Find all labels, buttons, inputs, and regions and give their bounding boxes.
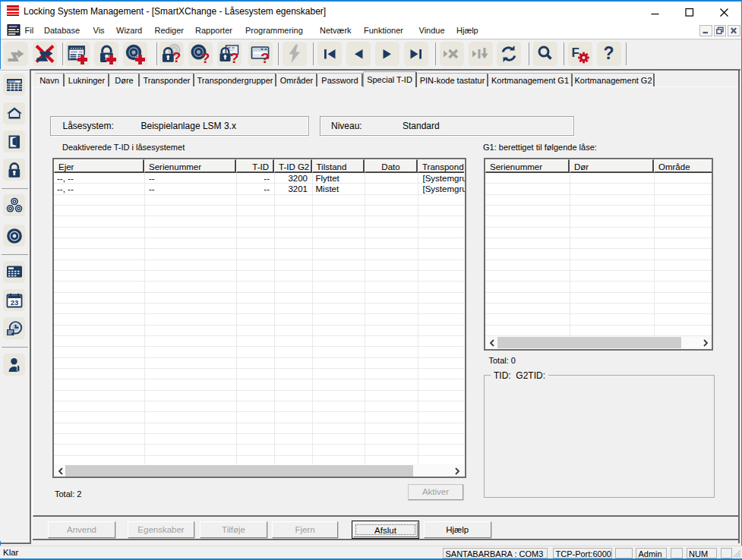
svg-text:?: ? <box>172 49 182 64</box>
svg-text:23: 23 <box>10 297 18 306</box>
svg-text:?: ? <box>201 49 210 64</box>
svg-text:?: ? <box>230 49 239 64</box>
svg-text:?: ? <box>260 49 270 64</box>
svg-text:?: ? <box>603 43 614 63</box>
